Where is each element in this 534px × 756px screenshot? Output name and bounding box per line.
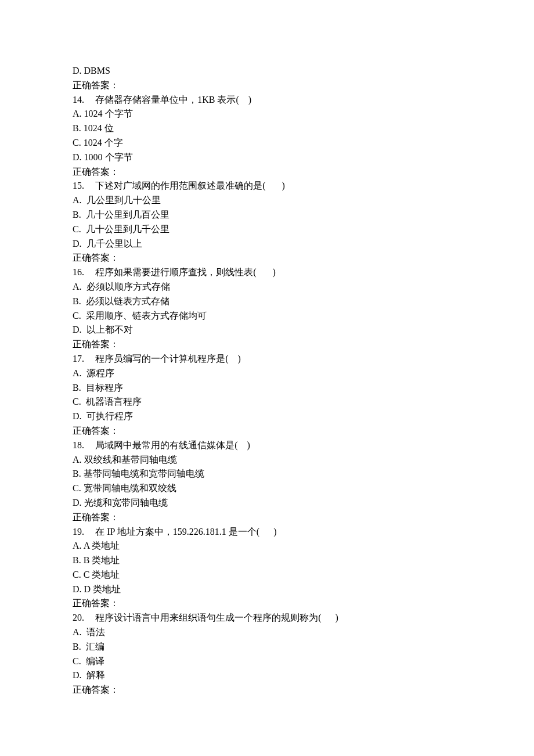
option-d: D. 几千公里以上 xyxy=(73,237,499,251)
option-b: B. B 类地址 xyxy=(73,553,499,568)
option-b: B. 几十公里到几百公里 xyxy=(73,208,499,222)
answer-line: 正确答案： xyxy=(73,337,499,352)
question-prompt: 16.程序如果需要进行顺序查找，则线性表( ) xyxy=(73,265,499,280)
option-d: D. 以上都不对 xyxy=(73,323,499,337)
question-text: 程序员编写的一个计算机程序是( ) xyxy=(95,354,241,363)
orphan-option: D. DBMS xyxy=(73,64,499,78)
option-d: D. D 类地址 xyxy=(73,582,499,597)
answer-label: 正确答案： xyxy=(73,512,119,522)
answer-line: 正确答案： xyxy=(73,510,499,525)
question-text: 存储器存储容量单位中，1KB 表示( ) xyxy=(95,95,251,105)
option-c: C. 宽带同轴电缆和双绞线 xyxy=(73,481,499,496)
option-a: A. A 类地址 xyxy=(73,539,499,553)
option-a: A. 1024 个字节 xyxy=(73,107,499,121)
question-text: 下述对广域网的作用范围叙述最准确的是( ) xyxy=(95,181,285,190)
option-a: A. 源程序 xyxy=(73,366,499,381)
question-text: 在 IP 地址方案中，159.226.181.1 是一个( ) xyxy=(95,527,276,537)
question-number: 17. xyxy=(73,354,84,363)
option-b: B. 汇编 xyxy=(73,640,499,654)
answer-label: 正确答案： xyxy=(73,339,119,349)
answer-line: 正确答案： xyxy=(73,424,499,438)
question-prompt: 15.下述对广域网的作用范围叙述最准确的是( ) xyxy=(73,179,499,193)
option-d: D. 解释 xyxy=(73,668,499,683)
question-prompt: 14.存储器存储容量单位中，1KB 表示( ) xyxy=(73,93,499,107)
option-a: A. 必须以顺序方式存储 xyxy=(73,280,499,294)
option-c: C. C 类地址 xyxy=(73,568,499,582)
option-c: C. 机器语言程序 xyxy=(73,395,499,409)
question-text: 程序如果需要进行顺序查找，则线性表( ) xyxy=(95,267,276,277)
answer-label: 正确答案： xyxy=(73,253,119,262)
page: D. DBMS 正确答案： 14.存储器存储容量单位中，1KB 表示( ) A.… xyxy=(0,0,534,756)
answer-label: 正确答案： xyxy=(73,167,119,177)
question-number: 14. xyxy=(73,95,84,105)
option-d: D. 1000 个字节 xyxy=(73,150,499,165)
option-b: B. 必须以链表方式存储 xyxy=(73,294,499,309)
question-prompt: 20.程序设计语言中用来组织语句生成一个程序的规则称为( ) xyxy=(73,611,499,625)
option-a: A. 几公里到几十公里 xyxy=(73,193,499,208)
option-d: D. 可执行程序 xyxy=(73,409,499,424)
question-number: 16. xyxy=(73,267,84,277)
option-b: B. 基带同轴电缆和宽带同轴电缆 xyxy=(73,467,499,481)
question-number: 20. xyxy=(73,613,84,622)
question-text: 局域网中最常用的有线通信媒体是( ) xyxy=(95,440,250,450)
question-number: 18. xyxy=(73,440,84,450)
answer-label: 正确答案： xyxy=(73,426,119,435)
question-number: 15. xyxy=(73,181,84,190)
question-number: 19. xyxy=(73,527,84,537)
answer-label: 正确答案： xyxy=(73,598,119,608)
answer-line: 正确答案： xyxy=(73,165,499,179)
option-c: C. 编译 xyxy=(73,654,499,669)
option-c: C. 1024 个字 xyxy=(73,136,499,150)
answer-line: 正确答案： xyxy=(73,251,499,265)
answer-line: 正确答案： xyxy=(73,78,499,93)
option-d: D. 光缆和宽带同轴电缆 xyxy=(73,496,499,510)
answer-line: 正确答案： xyxy=(73,596,499,611)
option-a: A. 语法 xyxy=(73,625,499,640)
option-b: B. 1024 位 xyxy=(73,121,499,136)
question-prompt: 19.在 IP 地址方案中，159.226.181.1 是一个( ) xyxy=(73,525,499,539)
question-text: 程序设计语言中用来组织语句生成一个程序的规则称为( ) xyxy=(95,613,338,622)
answer-line: 正确答案： xyxy=(73,683,499,697)
option-b: B. 目标程序 xyxy=(73,381,499,395)
question-prompt: 17.程序员编写的一个计算机程序是( ) xyxy=(73,352,499,366)
option-c: C. 采用顺序、链表方式存储均可 xyxy=(73,309,499,323)
option-a: A. 双绞线和基带同轴电缆 xyxy=(73,453,499,467)
question-prompt: 18.局域网中最常用的有线通信媒体是( ) xyxy=(73,438,499,453)
option-c: C. 几十公里到几千公里 xyxy=(73,222,499,237)
answer-label: 正确答案： xyxy=(73,685,119,694)
